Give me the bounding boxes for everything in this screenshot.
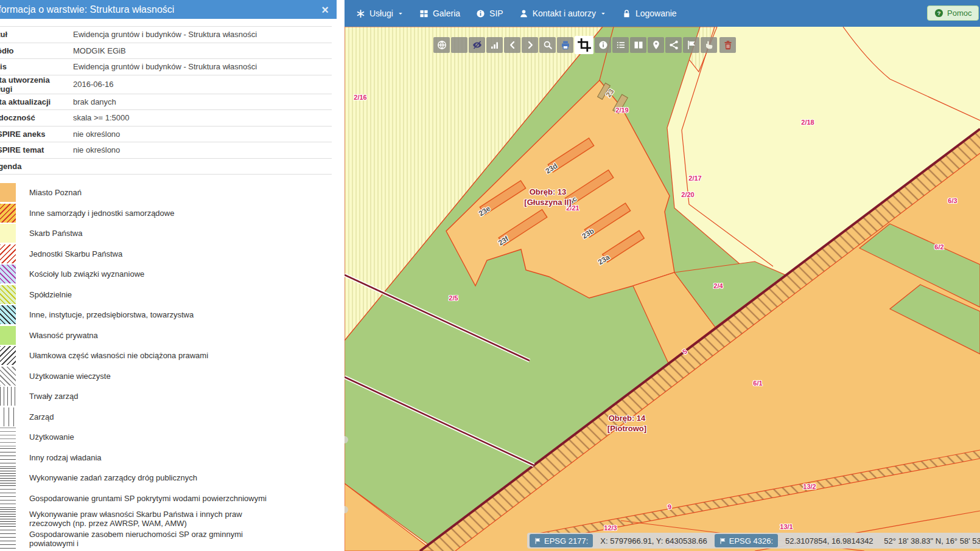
metadata-label: INSPIRE temat <box>0 145 73 154</box>
legend-item: Kościoły lub związki wyznaniowe <box>0 265 332 283</box>
parcel-label: 6/1 <box>753 379 762 387</box>
asterisk-icon <box>356 9 365 18</box>
metadata-value: nie określono <box>73 145 120 154</box>
legend-item: Miasto Poznań <box>0 183 332 202</box>
toolbar-button[interactable] <box>433 37 450 53</box>
legend-item: Wykonywanie zadań zarządcy dróg publiczn… <box>0 468 332 487</box>
toolbar-button[interactable] <box>595 37 611 53</box>
metadata-row: Tytuł Ewidencja gruntów i budynków - Str… <box>0 27 332 43</box>
parcel-label: 2/17 <box>688 175 701 182</box>
legend-list: Miasto Poznań Inne samorządy i jednostki… <box>0 175 332 549</box>
chevron-down-icon <box>600 10 606 16</box>
help-button[interactable]: ? Pomoc <box>927 5 979 21</box>
metadata-label: Tytuł <box>0 30 73 39</box>
print-icon <box>561 40 570 50</box>
toolbar-button[interactable] <box>522 37 538 53</box>
toolbar-button[interactable] <box>504 37 520 53</box>
dialog-title: Informacja o warstwie: Struktura własnoś… <box>0 4 174 15</box>
toolbar-button[interactable] <box>683 37 699 53</box>
legend-item-label: Inne samorządy i jednostki samorządowe <box>29 209 174 218</box>
map-viewport[interactable]: 2/16 2/19 2/18 2/17 2/20 6/3 2/21 6/2 2/… <box>345 27 980 551</box>
legend-heading-row: Legenda <box>0 159 332 175</box>
toolbar-button[interactable] <box>612 37 629 53</box>
legend-item-label: Trwały zarząd <box>29 392 78 401</box>
toolbar-button[interactable] <box>486 37 503 53</box>
legend-swatch <box>0 407 16 426</box>
nav-item-label: Logowanie <box>635 9 677 18</box>
parcel-label: 13/2 <box>803 483 816 490</box>
chevron-down-icon <box>397 10 404 16</box>
legend-swatch <box>0 285 16 304</box>
metadata-label: Opis <box>0 62 73 71</box>
metadata-value: Ewidencja gruntów i budynków - Struktura… <box>73 30 257 39</box>
nav-item[interactable]: Usługi <box>348 0 411 27</box>
search-icon <box>543 40 553 50</box>
epsg-2177-coordinates: X: 5797966.91, Y: 6430538.66 <box>594 536 713 546</box>
legend-item-label: Miasto Poznań <box>29 188 82 197</box>
metadata-label: Widoczność <box>0 113 73 122</box>
legend-item-label: Zarząd <box>29 412 54 421</box>
legend-swatch <box>0 367 16 386</box>
metadata-value: 2016-06-16 <box>73 80 114 89</box>
legend-item-label: Ułamkowa część własności nie obciążona p… <box>29 351 208 360</box>
district-alias: [Piotrowo] <box>607 424 646 434</box>
epsg-4326-badge: EPSG 4326: <box>715 534 778 547</box>
legend-item-label: Kościoły lub związki wyznaniowe <box>29 269 144 279</box>
metadata-value: MODGIK EGiB <box>73 46 126 55</box>
parcel-label: 6/2 <box>934 243 943 251</box>
metadata-row: Opis Ewidencja gruntów i budynków - Stru… <box>0 59 332 75</box>
legend-item: Inny rodzaj władania <box>0 448 332 467</box>
toolbar-button[interactable] <box>557 37 573 53</box>
nav-item[interactable]: Kontakt i autorzy <box>511 0 614 27</box>
toolbar-button[interactable] <box>719 37 736 53</box>
crop-icon <box>578 38 591 52</box>
dialog-body: Tytuł Ewidencja gruntów i budynków - Str… <box>0 26 337 549</box>
question-icon: ? <box>934 9 943 18</box>
parcel-label: 2/20 <box>681 191 694 198</box>
top-navbar: Usługi Galeria SIP Kontakt i autorzy <box>345 0 980 27</box>
legend-item: Użytkowanie <box>0 428 332 446</box>
parcel-label: 6/3 <box>948 197 957 204</box>
grid-icon <box>419 9 429 18</box>
nav-item[interactable]: Galeria <box>411 0 468 27</box>
legend-swatch <box>0 489 16 508</box>
legend-item-label: Gospodarowanie gruntami SP pokrytymi wod… <box>29 494 267 503</box>
parcel-label: 2/18 <box>801 119 814 126</box>
close-icon[interactable]: × <box>321 4 329 16</box>
legend-item-label: Inny rodzaj władania <box>29 453 102 462</box>
metadata-row: Źródło MODGIK EGiB <box>0 43 332 60</box>
chevron-right-icon <box>525 40 535 50</box>
legend-item: Spółdzielnie <box>0 285 332 304</box>
epsg-2177-badge: EPSG 2177: <box>530 534 593 547</box>
legend-item-label: Spółdzielnie <box>29 290 72 299</box>
toolbar-button[interactable] <box>701 37 717 53</box>
legend-item-label: Użytkowanie wieczyste <box>29 372 111 381</box>
legend-swatch <box>0 346 16 365</box>
nav-item[interactable]: SIP <box>468 0 511 27</box>
toolbar-button[interactable] <box>630 37 646 53</box>
metadata-label: Data aktualizacji <box>0 97 73 106</box>
toolbar-button[interactable] <box>539 37 556 53</box>
legend-swatch <box>0 224 16 243</box>
epsg-2177-label: EPSG 2177: <box>544 536 588 546</box>
legend-item: Inne, instytucje, przedsiębiorstwa, towa… <box>0 305 332 324</box>
legend-item: Gospodarowanie zasobem nieruchomości SP … <box>0 530 332 549</box>
toolbar-button[interactable] <box>665 37 682 53</box>
toolbar-button[interactable] <box>575 36 593 54</box>
globe-icon <box>437 40 447 50</box>
legend-item-label: Użytkowanie <box>29 432 74 442</box>
metadata-value: brak danych <box>73 97 116 106</box>
lock-icon <box>622 9 631 18</box>
toolbar-button[interactable] <box>469 37 485 53</box>
list-icon <box>616 40 626 50</box>
legend-item: Jednostki Skarbu Państwa <box>0 244 332 263</box>
nav-item[interactable]: Logowanie <box>614 0 685 27</box>
epsg-4326-label: EPSG 4326: <box>729 536 773 546</box>
legend-swatch <box>0 428 16 446</box>
toolbar-button[interactable] <box>451 37 467 53</box>
legend-heading: Legenda <box>0 162 73 171</box>
parcel-label: 2/19 <box>615 106 628 114</box>
legend-item: Skarb Państwa <box>0 224 332 243</box>
metadata-label: Źródło <box>0 46 73 55</box>
toolbar-button[interactable] <box>648 37 664 53</box>
